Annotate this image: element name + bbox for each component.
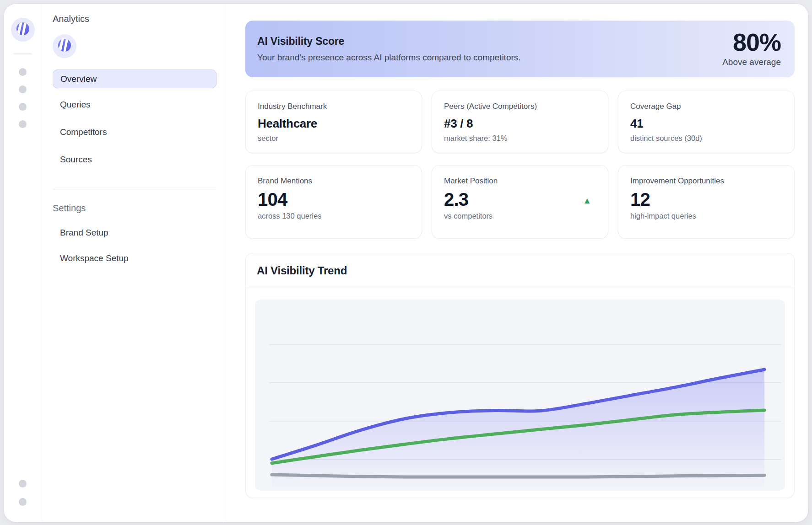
stat-label: Market Position	[444, 177, 596, 186]
analytics-nav: Overview Queries Competitors Sources	[53, 70, 216, 171]
rail-bottom-dots	[19, 480, 27, 506]
workspace-logo-button[interactable]	[53, 34, 76, 58]
rail-divider	[14, 54, 32, 54]
stats-grid: Industry Benchmark Healthcare sector Pee…	[245, 91, 795, 239]
rail-dot-icon	[19, 120, 27, 128]
stat-sub: vs competitors	[444, 212, 596, 220]
stat-value: 104	[258, 189, 410, 210]
rail-nav-placeholder-dots	[19, 68, 27, 128]
rail-logo-button[interactable]	[11, 18, 35, 42]
stat-card-industry-benchmark: Industry Benchmark Healthcare sector	[245, 91, 422, 153]
icon-rail	[4, 4, 42, 522]
stat-card-brand-mentions: Brand Mentions 104 across 130 queries	[245, 165, 422, 239]
stat-card-improvement-opportunities: Improvement Opportunities 12 high-impact…	[618, 165, 795, 239]
stat-value: 41	[630, 117, 782, 131]
trend-card-title: AI Visibility Trend	[257, 264, 347, 277]
stat-label: Brand Mentions	[258, 177, 410, 186]
stat-sub: sector	[258, 134, 410, 143]
stat-card-coverage-gap: Coverage Gap 41 distinct sources (30d)	[618, 91, 795, 153]
sidebar-section-title: Analytics	[53, 14, 216, 24]
sidebar-item-label: Queries	[60, 100, 91, 110]
score-block: 80% Above average	[722, 31, 781, 67]
sidebar-item-brand-setup[interactable]: Brand Setup	[53, 222, 217, 244]
stat-label: Industry Benchmark	[258, 102, 410, 111]
score-value: 80%	[722, 31, 781, 54]
sidebar-item-label: Brand Setup	[60, 228, 108, 238]
stat-value: 2.3	[444, 189, 468, 210]
sidebar: Analytics Overview Queries Competit	[42, 4, 226, 522]
sidebar-item-overview[interactable]: Overview	[53, 70, 217, 88]
sidebar-item-label: Sources	[60, 155, 92, 165]
stat-label: Coverage Gap	[630, 102, 782, 111]
score-caption: Above average	[722, 57, 781, 67]
banner-subtitle: Your brand’s presence across AI platform…	[257, 53, 521, 63]
stat-value: Healthcare	[258, 117, 410, 131]
sidebar-item-label: Overview	[60, 74, 97, 84]
ai-visibility-score-banner: AI Visibility Score Your brand’s presenc…	[245, 21, 795, 77]
stat-sub: market share: 31%	[444, 134, 596, 143]
stat-value: 12	[630, 189, 782, 210]
brand-logo-icon	[55, 36, 74, 56]
settings-nav: Brand Setup Workspace Setup	[53, 222, 216, 269]
sidebar-item-competitors[interactable]: Competitors	[53, 121, 217, 143]
rail-dot-icon	[19, 480, 27, 488]
sidebar-settings-title: Settings	[53, 203, 216, 214]
stat-sub: distinct sources (30d)	[630, 134, 782, 143]
sidebar-item-label: Workspace Setup	[60, 253, 129, 263]
trend-chart-plot-area	[255, 300, 785, 491]
ai-visibility-trend-card: AI Visibility Trend	[245, 253, 795, 498]
stat-label: Peers (Active Competitors)	[444, 102, 596, 111]
banner-title: AI Visibility Score	[257, 35, 521, 48]
sidebar-item-workspace-setup[interactable]: Workspace Setup	[53, 247, 217, 269]
stat-value: #3 / 8	[444, 117, 596, 131]
stat-value-row: 2.3 ▲	[444, 186, 596, 210]
stat-sub: high-impact queries	[630, 212, 782, 220]
trend-chart-svg	[255, 300, 785, 491]
main-content: AI Visibility Score Your brand’s presenc…	[226, 4, 808, 522]
stat-sub: across 130 queries	[258, 212, 410, 220]
brand-logo-icon	[14, 20, 32, 40]
stat-card-peers: Peers (Active Competitors) #3 / 8 market…	[432, 91, 608, 153]
sidebar-item-label: Competitors	[60, 127, 107, 137]
trend-up-icon: ▲	[583, 196, 591, 206]
stat-card-market-position: Market Position 2.3 ▲ vs competitors	[432, 165, 608, 239]
banner-text: AI Visibility Score Your brand’s presenc…	[257, 35, 521, 63]
sidebar-item-sources[interactable]: Sources	[53, 149, 217, 171]
rail-dot-icon	[19, 68, 27, 76]
rail-dot-icon	[19, 86, 27, 93]
rail-dot-icon	[19, 103, 27, 111]
rail-dot-icon	[19, 498, 27, 506]
stat-label: Improvement Opportunities	[630, 177, 782, 186]
app-window: Analytics Overview Queries Competit	[4, 4, 808, 522]
trend-card-header: AI Visibility Trend	[246, 253, 794, 288]
sidebar-item-queries[interactable]: Queries	[53, 94, 217, 116]
sidebar-divider	[53, 189, 217, 189]
